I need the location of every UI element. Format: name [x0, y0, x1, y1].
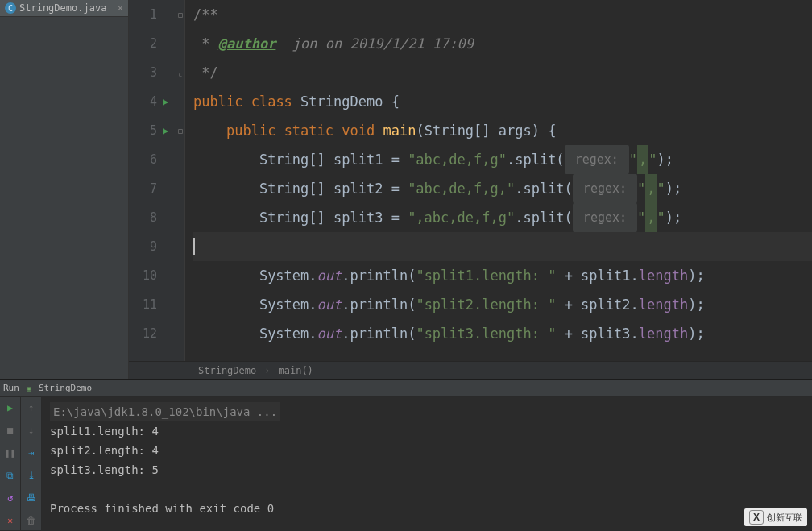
run-header: Run ▣ StringDemo: [0, 380, 812, 397]
field-ref: length: [639, 319, 688, 348]
code-text: );: [657, 145, 673, 174]
breadcrumb-class[interactable]: StringDemo: [198, 365, 256, 376]
code-editor[interactable]: /** * @author jon on 2019/1/21 17:09 */ …: [185, 0, 812, 361]
close-run-icon[interactable]: ✕: [3, 513, 18, 528]
param-hint: regex:: [565, 145, 629, 174]
line-number: 1: [150, 7, 157, 22]
string-literal: "split1.length: ": [416, 261, 556, 290]
file-tab-label: StringDemo.java: [19, 2, 106, 14]
code-text: System.: [259, 261, 317, 290]
stop-icon[interactable]: ■: [3, 423, 18, 438]
string-literal: "abc,de,f,g,": [408, 174, 515, 203]
line-number: 12: [143, 326, 157, 341]
run-gutter-icon[interactable]: ▶: [163, 125, 168, 136]
run-label: Run: [3, 383, 19, 393]
keyword: void: [342, 116, 375, 145]
code-text: {: [383, 87, 399, 116]
java-class-icon: C: [5, 2, 16, 14]
line-number: 4: [150, 94, 157, 109]
restore-layout-icon[interactable]: ↺: [3, 491, 18, 505]
code-text: + split3.: [556, 319, 638, 348]
rerun-icon[interactable]: ▶: [3, 400, 18, 415]
code-text: */: [193, 58, 218, 87]
watermark-text: 创新互联: [767, 512, 802, 524]
run-config-name[interactable]: StringDemo: [39, 383, 92, 393]
code-text: System.: [259, 290, 317, 319]
up-icon[interactable]: ↑: [24, 400, 39, 415]
dump-icon[interactable]: ⧉: [3, 468, 18, 483]
run-tool-window: Run ▣ StringDemo ▶ ■ ❚❚ ⧉ ↺ ✕ ↑ ↓ ⇥ ⤓ 🖶 …: [0, 379, 812, 530]
keyword: class: [251, 87, 292, 116]
field-ref: out: [317, 319, 342, 348]
close-icon[interactable]: ×: [118, 2, 123, 14]
code-text: );: [688, 290, 704, 319]
keyword: static: [284, 116, 334, 145]
breadcrumb-method[interactable]: main(): [278, 365, 313, 376]
code-text: .split(: [515, 174, 573, 203]
string-literal: "abc,de,f,g": [408, 145, 507, 174]
line-number: 6: [150, 152, 157, 167]
string-literal: "split2.length: ": [416, 290, 556, 319]
code-text: + split2.: [556, 290, 638, 319]
watermark-logo-icon: X: [749, 510, 764, 525]
fold-icon[interactable]: ⊟: [178, 10, 183, 19]
soft-wrap-icon[interactable]: ⇥: [24, 446, 39, 460]
string-literal: ": [637, 174, 645, 203]
field-ref: length: [639, 261, 688, 290]
print-icon[interactable]: 🖶: [24, 491, 39, 505]
line-number: 2: [150, 36, 157, 51]
breadcrumb-separator: ›: [264, 365, 270, 376]
line-number: 3: [150, 65, 157, 80]
console-exit-line: Process finished with exit code 0: [50, 499, 804, 518]
run-toolbar-primary: ▶ ■ ❚❚ ⧉ ↺ ✕: [0, 397, 21, 530]
param-hint: regex:: [573, 174, 637, 203]
run-toolbar-secondary: ↑ ↓ ⇥ ⤓ 🖶 🗑: [21, 397, 42, 530]
code-text: .println(: [342, 319, 416, 348]
code-text: *: [193, 29, 209, 58]
line-number: 7: [150, 181, 157, 196]
pause-icon[interactable]: ❚❚: [3, 446, 18, 460]
line-number: 11: [143, 297, 157, 312]
line-number: 9: [150, 239, 157, 254]
console-line: split1.length: 4: [50, 421, 804, 441]
watermark: X 创新互联: [744, 508, 807, 526]
run-gutter-icon[interactable]: ▶: [163, 96, 168, 107]
current-line[interactable]: [193, 232, 812, 261]
fold-icon[interactable]: ⊟: [178, 127, 183, 135]
console-line: split2.length: 4: [50, 441, 804, 460]
line-number: 10: [143, 268, 157, 283]
field-ref: length: [639, 290, 688, 319]
code-text: );: [688, 261, 704, 290]
run-config-icon: ▣: [24, 384, 34, 393]
scroll-end-icon[interactable]: ⤓: [24, 468, 39, 483]
class-name: StringDemo: [300, 87, 383, 116]
file-tabs-panel: C StringDemo.java ×: [0, 0, 129, 379]
code-text: .split(: [515, 203, 573, 232]
editor-area: 1⊟ 2 3⌞ 4▶ 5▶⊟ 6 7 8 9 10 11 12 /** * @a…: [129, 0, 812, 379]
string-literal: ,: [645, 203, 657, 232]
fold-end-icon[interactable]: ⌞: [178, 68, 183, 77]
down-icon[interactable]: ↓: [24, 423, 39, 438]
keyword: public: [193, 87, 242, 116]
code-text: );: [665, 203, 682, 232]
trash-icon[interactable]: 🗑: [24, 513, 39, 528]
code-text: String[] split2 =: [259, 174, 408, 203]
code-text: jon on 2019/1/21 17:09: [276, 29, 474, 58]
method-name: main: [383, 116, 416, 145]
line-number: 5: [150, 123, 157, 138]
console-output[interactable]: E:\java\jdk1.8.0_102\bin\java ... split1…: [42, 397, 812, 530]
code-text: String[] split1 =: [259, 145, 408, 174]
javadoc-tag: @author: [218, 29, 276, 58]
editor-gutter: 1⊟ 2 3⌞ 4▶ 5▶⊟ 6 7 8 9 10 11 12: [129, 0, 185, 361]
code-text: + split1.: [556, 261, 638, 290]
code-text: .println(: [342, 261, 416, 290]
console-command: E:\java\jdk1.8.0_102\bin\java ...: [50, 402, 280, 421]
breadcrumb: StringDemo › main(): [129, 361, 812, 379]
file-tab-stringdemo[interactable]: C StringDemo.java ×: [0, 0, 128, 17]
code-text: /**: [193, 0, 218, 29]
console-line: split3.length: 5: [50, 460, 804, 479]
code-text: .split(: [507, 145, 565, 174]
code-text: );: [688, 319, 704, 348]
code-text: String[] split3 =: [259, 203, 408, 232]
keyword: public: [226, 116, 276, 145]
